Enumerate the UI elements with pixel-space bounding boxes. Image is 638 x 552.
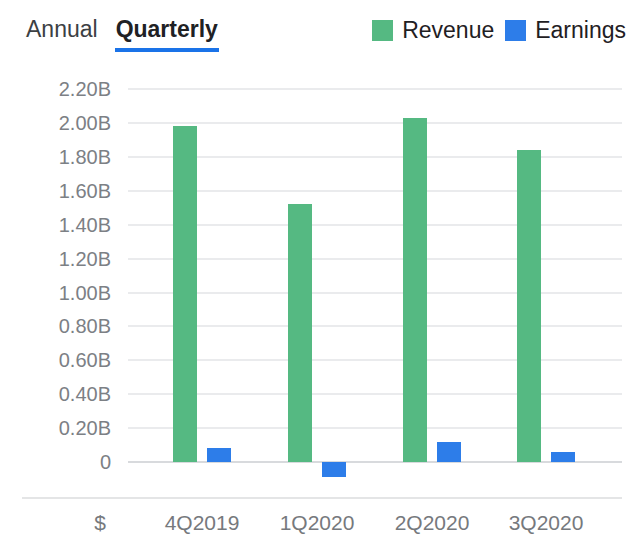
y-axis-tick-label: 1.60B (16, 180, 111, 202)
y-axis-tick-label: 2.00B (16, 112, 111, 134)
financials-chart-panel: Annual Quarterly Revenue Earnings 2.20B2… (0, 0, 638, 552)
earnings-bar-1Q2020[interactable] (322, 462, 346, 477)
earnings-bar-2Q2020[interactable] (437, 442, 461, 462)
gridline (128, 224, 622, 226)
y-axis-tick-label: 1.80B (16, 146, 111, 168)
gridline (128, 325, 622, 327)
gridline (128, 122, 622, 124)
axis-divider (22, 497, 622, 499)
gridline (128, 292, 622, 294)
y-axis-tick-label: 1.40B (16, 214, 111, 236)
revenue-bar-1Q2020[interactable] (288, 204, 312, 462)
revenue-bar-2Q2020[interactable] (403, 118, 427, 462)
gridline (128, 258, 622, 260)
currency-label: $ (85, 511, 115, 535)
y-axis-tick-label: 0.40B (16, 383, 111, 405)
gridline (128, 427, 622, 429)
revenue-bar-3Q2020[interactable] (517, 150, 541, 462)
gridline (128, 393, 622, 395)
y-axis-tick-label: 0.60B (16, 349, 111, 371)
bar-chart: 2.20B2.00B1.80B1.60B1.40B1.20B1.00B0.80B… (0, 0, 638, 552)
gridline (128, 359, 622, 361)
x-axis-label-1Q2020: 1Q2020 (262, 511, 372, 535)
y-axis-tick-label: 1.20B (16, 248, 111, 270)
earnings-bar-3Q2020[interactable] (551, 452, 575, 462)
x-axis-label-2Q2020: 2Q2020 (377, 511, 487, 535)
y-axis-tick-label: 0.20B (16, 417, 111, 439)
zero-line (128, 461, 622, 463)
x-axis-label-3Q2020: 3Q2020 (491, 511, 601, 535)
y-axis-tick-label: 2.20B (16, 78, 111, 100)
x-axis-label-4Q2019: 4Q2019 (147, 511, 257, 535)
y-axis-tick-label: 0 (16, 451, 111, 473)
gridline (128, 88, 622, 90)
y-axis-tick-label: 0.80B (16, 315, 111, 337)
y-axis-tick-label: 1.00B (16, 282, 111, 304)
gridline (128, 190, 622, 192)
revenue-bar-4Q2019[interactable] (173, 126, 197, 462)
gridline (128, 156, 622, 158)
earnings-bar-4Q2019[interactable] (207, 448, 231, 462)
